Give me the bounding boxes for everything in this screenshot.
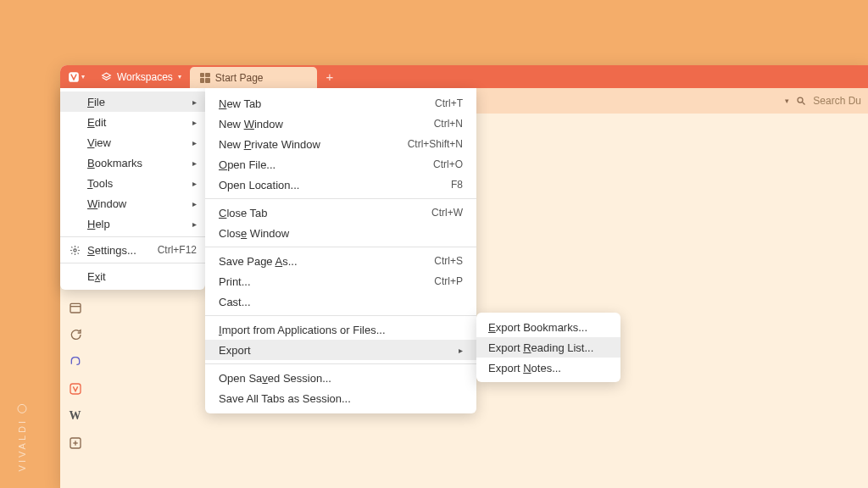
menu-item-label: View: [87, 136, 186, 149]
menu-item-label: Help: [87, 218, 186, 230]
menu-item-new-tab[interactable]: New TabCtrl+T: [205, 93, 476, 114]
main-menu: File▸Edit▸View▸Bookmarks▸Tools▸Window▸He…: [60, 88, 205, 290]
tab-title: Start Page: [215, 72, 264, 84]
menu-item-label: Window: [87, 197, 186, 210]
menu-item-export-reading-list[interactable]: Export Reading List...: [476, 337, 620, 358]
chevron-down-icon[interactable]: ▾: [785, 97, 789, 105]
menu-item-label: Open File...: [219, 158, 433, 171]
menu-item-settings-[interactable]: Settings...Ctrl+F12: [60, 240, 205, 260]
menu-item-label: Export Bookmarks...: [488, 321, 609, 334]
menu-item-label: Export Notes...: [488, 362, 609, 374]
workspaces-button[interactable]: Workspaces ▾: [92, 65, 190, 88]
file-submenu: New TabCtrl+TNew WindowCtrl+NNew Private…: [205, 88, 476, 413]
menu-shortcut: Ctrl+Shift+N: [408, 138, 463, 150]
submenu-arrow-icon: ▸: [192, 158, 197, 168]
search-input[interactable]: Search Du: [813, 95, 861, 107]
menu-item-save-all-tabs-as-session[interactable]: Save All Tabs as Session...: [205, 388, 476, 408]
menu-item-export-bookmarks[interactable]: Export Bookmarks...: [476, 317, 620, 337]
submenu-arrow-icon: ▸: [459, 346, 463, 355]
menu-item-window[interactable]: Window▸: [60, 193, 205, 214]
svg-line-3: [803, 103, 805, 105]
menu-item-open-saved-session[interactable]: Open Saved Session...: [205, 368, 476, 388]
menu-item-label: Edit: [87, 116, 186, 129]
menu-item-open-file[interactable]: Open File...Ctrl+O: [205, 154, 476, 175]
menu-item-label: Save All Tabs as Session...: [219, 392, 463, 405]
new-tab-button[interactable]: +: [317, 65, 342, 88]
panel-vivaldi-icon[interactable]: [68, 381, 83, 396]
menu-item-bookmarks[interactable]: Bookmarks▸: [60, 152, 205, 173]
menu-item-save-page-as[interactable]: Save Page As...Ctrl+S: [205, 251, 476, 271]
menu-item-label: Print...: [219, 275, 434, 288]
menu-item-new-window[interactable]: New WindowCtrl+N: [205, 114, 476, 134]
menu-item-export[interactable]: Export▸: [205, 340, 476, 360]
submenu-arrow-icon: ▸: [192, 97, 197, 107]
menu-item-open-location[interactable]: Open Location...F8: [205, 175, 476, 195]
menu-item-label: New Tab: [219, 97, 435, 110]
menu-item-file[interactable]: File▸: [60, 92, 205, 112]
brand-watermark: VIVALDI: [17, 403, 27, 471]
menu-item-label: Tools: [87, 177, 186, 190]
panel-chat-icon[interactable]: [68, 327, 83, 342]
menu-item-tools[interactable]: Tools▸: [60, 173, 205, 193]
svg-rect-4: [70, 303, 81, 313]
svg-rect-6: [70, 384, 81, 394]
svg-point-0: [18, 404, 26, 413]
svg-point-2: [798, 97, 803, 103]
menu-shortcut: Ctrl+N: [434, 118, 463, 130]
workspaces-icon: [101, 71, 112, 82]
panel-add-icon[interactable]: [68, 435, 83, 451]
menu-item-label: New Private Window: [219, 138, 408, 151]
gear-icon: [70, 245, 81, 256]
submenu-arrow-icon: ▸: [192, 199, 197, 208]
chevron-down-icon: ▾: [178, 73, 181, 80]
menu-item-close-tab[interactable]: Close TabCtrl+W: [205, 202, 476, 223]
menu-item-edit[interactable]: Edit▸: [60, 112, 205, 132]
menu-item-import-from-applications-or-files[interactable]: Import from Applications or Files...: [205, 319, 476, 340]
menu-item-cast[interactable]: Cast...: [205, 291, 476, 312]
menu-shortcut: Ctrl+F12: [158, 244, 197, 256]
menu-item-label: Close Window: [219, 227, 463, 240]
search-icon[interactable]: [796, 96, 806, 106]
chevron-down-icon: ▾: [81, 73, 85, 80]
menu-item-label: File: [87, 96, 186, 108]
menu-shortcut: Ctrl+O: [433, 158, 463, 170]
svg-point-10: [73, 248, 75, 251]
app-menu-button[interactable]: ▾: [60, 65, 92, 88]
panel-wikipedia-icon[interactable]: W: [68, 408, 83, 424]
menu-item-label: Exit: [87, 270, 197, 283]
menu-item-label: Export Reading List...: [488, 341, 609, 354]
menu-item-exit[interactable]: Exit: [60, 266, 205, 286]
vivaldi-logo-icon: [68, 71, 80, 83]
export-submenu: Export Bookmarks...Export Reading List..…: [476, 313, 620, 382]
menu-item-label: New Window: [219, 118, 434, 130]
submenu-arrow-icon: ▸: [192, 138, 197, 147]
tab-bar: ▾ Workspaces ▾ Start Page +: [60, 65, 868, 88]
submenu-arrow-icon: ▸: [192, 219, 197, 229]
menu-item-label: Open Location...: [219, 179, 451, 191]
submenu-arrow-icon: ▸: [192, 179, 197, 188]
menu-item-label: Bookmarks: [87, 157, 186, 169]
menu-item-label: Import from Applications or Files...: [219, 324, 463, 336]
tab-start-page[interactable]: Start Page: [190, 67, 317, 88]
menu-shortcut: Ctrl+T: [435, 97, 463, 109]
menu-item-label: Settings...: [87, 244, 151, 257]
menu-item-print[interactable]: Print...Ctrl+P: [205, 271, 476, 291]
speed-dial-icon: [200, 73, 210, 83]
menu-item-label: Open Saved Session...: [219, 372, 463, 385]
menu-item-view[interactable]: View▸: [60, 132, 205, 152]
menu-item-close-window[interactable]: Close Window: [205, 223, 476, 243]
panel-mastodon-icon[interactable]: [68, 354, 83, 369]
menu-shortcut: Ctrl+W: [431, 207, 463, 219]
menu-shortcut: Ctrl+P: [434, 275, 463, 287]
menu-item-help[interactable]: Help▸: [60, 214, 205, 234]
menu-item-export-notes[interactable]: Export Notes...: [476, 358, 620, 378]
menu-item-label: Close Tab: [219, 207, 431, 219]
panel-calendar-icon[interactable]: [68, 300, 83, 315]
submenu-arrow-icon: ▸: [192, 118, 197, 127]
menu-shortcut: Ctrl+S: [434, 255, 463, 267]
menu-item-label: Cast...: [219, 296, 463, 308]
menu-shortcut: F8: [451, 179, 463, 191]
menu-item-label: Export: [219, 344, 453, 357]
menu-item-label: Save Page As...: [219, 255, 434, 268]
menu-item-new-private-window[interactable]: New Private WindowCtrl+Shift+N: [205, 134, 476, 154]
